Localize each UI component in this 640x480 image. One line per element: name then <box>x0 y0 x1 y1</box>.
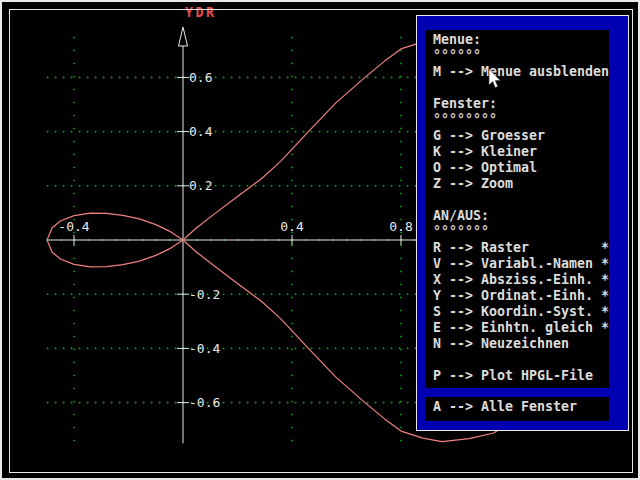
menu-panel: Menue:°°°°°°M --> Menue ausblendenFenste… <box>416 15 629 431</box>
menu-main-box: Menue:°°°°°°M --> Menue ausblendenFenste… <box>425 30 609 388</box>
menu-item-neuzeichnen[interactable]: N --> Neuzeichnen <box>433 336 609 352</box>
svg-text:0.6: 0.6 <box>189 70 212 85</box>
menu-item-einhtn-gleich[interactable]: E --> Einhtn. gleich * <box>433 320 609 336</box>
svg-text:-0.4: -0.4 <box>189 341 220 356</box>
mouse-cursor-icon <box>488 69 502 90</box>
menu-item-raster[interactable]: R --> Raster * <box>433 240 609 256</box>
menu-item-zoom[interactable]: Z --> Zoom <box>433 176 609 192</box>
menu-blank-row <box>433 80 609 96</box>
menu-item-plot-hpgl-file[interactable]: P --> Plot HPGL-File <box>433 368 609 384</box>
svg-text:0.4: 0.4 <box>189 124 213 139</box>
menu-section-fenster: Fenster: <box>433 96 609 112</box>
svg-text:0.4: 0.4 <box>280 219 304 234</box>
menu-item-variabl-namen[interactable]: V --> Variabl.-Namen * <box>433 256 609 272</box>
svg-text:-0.6: -0.6 <box>189 395 220 410</box>
menu-blank-row <box>433 352 609 368</box>
menu-item-alle-fenster[interactable]: A --> Alle Fenster <box>433 399 577 415</box>
application-screen: -0.40.40.80.60.40.2-0.2-0.4-0.6 YDR Menu… <box>0 0 640 480</box>
menu-item-koordin-syst[interactable]: S --> Koordin.-Syst. * <box>433 304 609 320</box>
svg-text:0.8: 0.8 <box>389 219 412 234</box>
menu-item-absziss-einh[interactable]: X --> Absziss.-Einh. * <box>433 272 609 288</box>
menu-footer-box: A --> Alle Fenster <box>425 397 609 421</box>
plot-variable-label: YDR <box>185 5 217 20</box>
menu-section-menue: Menue: <box>433 32 609 48</box>
menu-item-kleiner[interactable]: K --> Kleiner <box>433 144 609 160</box>
menu-item-groesser[interactable]: G --> Groesser <box>433 128 609 144</box>
svg-text:-0.2: -0.2 <box>189 287 220 302</box>
menu-underline-an-aus: °°°°°°° <box>433 224 609 240</box>
menu-blank-row <box>433 192 609 208</box>
menu-item-optimal[interactable]: O --> Optimal <box>433 160 609 176</box>
menu-section-an-aus: AN/AUS: <box>433 208 609 224</box>
menu-list: Menue:°°°°°°M --> Menue ausblendenFenste… <box>433 32 609 384</box>
menu-underline-fenster: °°°°°°°° <box>433 112 609 128</box>
menu-underline-menue: °°°°°° <box>433 48 609 64</box>
menu-item-menue-ausblenden[interactable]: M --> Menue ausblenden <box>433 64 609 80</box>
menu-item-ordinat-einh[interactable]: Y --> Ordinat.-Einh. * <box>433 288 609 304</box>
svg-text:-0.4: -0.4 <box>58 219 89 234</box>
svg-text:0.2: 0.2 <box>189 178 212 193</box>
